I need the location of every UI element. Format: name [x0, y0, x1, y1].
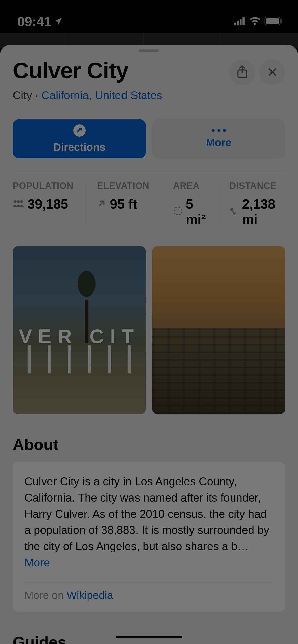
svg-rect-6: [281, 19, 282, 23]
location-icon: [53, 14, 63, 29]
svg-rect-1: [237, 21, 239, 25]
photo-2[interactable]: [152, 246, 285, 414]
about-title: About: [13, 435, 285, 453]
arrow-up-right-icon: [97, 199, 106, 209]
close-icon: [267, 67, 277, 78]
place-type: City: [13, 89, 32, 101]
svg-rect-5: [266, 18, 279, 24]
location-link[interactable]: California, United States: [41, 89, 162, 101]
wikipedia-link[interactable]: Wikipedia: [67, 589, 113, 601]
svg-point-10: [20, 200, 23, 203]
status-right: [234, 17, 283, 26]
stat-distance: DISTANCE 2,138 mi: [218, 181, 288, 227]
more-icon: [212, 129, 226, 132]
svg-rect-11: [174, 208, 181, 215]
battery-icon: [264, 17, 283, 26]
svg-point-9: [17, 200, 20, 203]
route-icon: [229, 207, 239, 217]
wifi-icon: [249, 17, 261, 26]
divider: [13, 172, 285, 172]
sheet-grabber[interactable]: [139, 49, 159, 52]
subtitle: City · California, United States: [13, 89, 229, 102]
photo-1[interactable]: VER CIT: [13, 246, 146, 414]
signal-icon: [234, 17, 246, 26]
directions-label: Directions: [53, 141, 105, 153]
status-left: 09:41: [17, 14, 63, 29]
share-icon: [236, 65, 248, 80]
about-text: Culver City is a city in Los Angeles Cou…: [24, 473, 274, 571]
stat-elevation: ELEVATION 95 ft: [85, 181, 161, 227]
about-card: Culver City is a city in Los Angeles Cou…: [13, 462, 285, 612]
place-card-sheet: Culver City City · California, United St…: [0, 45, 298, 644]
svg-rect-0: [234, 23, 236, 25]
people-icon: [13, 199, 24, 209]
more-label: More: [206, 137, 231, 149]
close-button[interactable]: [259, 60, 285, 85]
about-more-link[interactable]: More: [24, 556, 50, 569]
directions-icon: [73, 124, 86, 137]
photos-row[interactable]: VER CIT: [13, 246, 285, 414]
page-title: Culver City: [13, 57, 229, 83]
svg-rect-3: [242, 17, 245, 25]
guides-title: Guides: [13, 633, 285, 644]
home-indicator[interactable]: [116, 636, 182, 638]
stat-population: POPULATION 39,185: [13, 181, 85, 227]
svg-point-8: [14, 200, 17, 203]
more-button[interactable]: More: [152, 119, 285, 158]
stat-area: AREA 5 mi²: [161, 181, 218, 227]
stats-row[interactable]: POPULATION 39,185 ELEVATION 95 ft: [13, 181, 285, 227]
svg-rect-2: [240, 19, 242, 25]
status-bar: 09:41: [0, 10, 298, 33]
area-icon: [173, 207, 182, 217]
about-more-on: More on Wikipedia: [24, 589, 274, 602]
share-button[interactable]: [229, 60, 255, 85]
directions-button[interactable]: Directions: [13, 119, 146, 158]
status-time: 09:41: [17, 14, 51, 29]
